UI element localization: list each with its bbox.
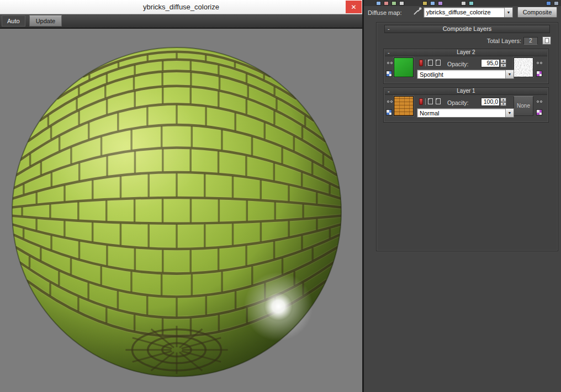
opacity-label: Opacity: [447,61,469,67]
update-button[interactable]: Update [29,15,62,27]
layer-2-header[interactable]: - Layer 2 [385,49,547,56]
opacity-label: Opacity: [447,99,469,106]
add-layer-button[interactable] [542,36,551,45]
layer-1-group: - Layer 1 Opacity: 100,0 ▲ ▼ None [383,87,549,123]
color-correction-icon[interactable] [419,98,423,105]
layer-2-title: Layer 2 [457,49,475,55]
composite-layers-rollout: - Composite Layers Total Layers: 2 - Lay… [376,22,558,251]
show-in-viewport-icon[interactable] [386,71,392,77]
spinner-down-icon[interactable]: ▼ [500,102,506,107]
layer-1-title: Layer 1 [457,88,475,94]
editor-toolbar-icon-2[interactable] [384,1,389,6]
layer-1-opacity-spinner[interactable]: ▲ ▼ [500,98,506,106]
map-type-button[interactable]: Composite [517,7,557,18]
spinner-up-icon[interactable]: ▲ [500,59,506,63]
total-layers-field[interactable]: 2 [523,37,538,45]
collapse-icon[interactable]: - [388,49,390,56]
color-correction-icon[interactable] [419,60,423,66]
preview-titlebar[interactable]: ybricks_diffuse_colorize ✕ [0,0,362,14]
show-mask-in-viewport-icon[interactable] [536,71,542,77]
layer-2-texture-thumbnail[interactable] [394,57,414,77]
layer-2-blend-mode-dropdown[interactable]: Spotlight ▼ [417,70,514,79]
editor-toolbar-icon-6[interactable] [430,1,435,6]
duplicate-layer-icon[interactable] [428,60,433,66]
layer-1-header[interactable]: - Layer 1 [385,88,547,95]
total-layers-row: Total Layers: 2 [377,36,558,46]
layer-2-mask-thumbnail[interactable] [514,57,533,77]
editor-toolbar-icon-9[interactable] [469,1,474,6]
window-title: ybricks_diffuse_colorize [0,0,362,14]
layer-1-mask-none-button[interactable]: None [514,96,533,116]
chevron-down-icon[interactable]: ▼ [504,8,512,17]
rollout-title: Composite Layers [443,25,492,32]
chevron-down-icon[interactable]: ▼ [505,70,514,78]
duplicate-layer-icon[interactable] [428,98,433,104]
material-preview-sphere [10,45,343,379]
total-layers-label: Total Layers: [487,38,521,44]
specular-highlight [264,293,292,320]
show-in-viewport-icon[interactable] [386,109,392,115]
editor-toolbar-icon-4[interactable] [399,1,404,6]
layer-channel-dots-icon[interactable] [387,62,393,64]
material-params-panel: Diffuse map: ybricks_diffuse_colorize ▼ … [364,0,561,392]
editor-toolbar-icon-10[interactable] [546,1,551,6]
separator [425,98,426,105]
material-editor-root: ybricks_diffuse_colorize ✕ Auto Update [0,0,561,392]
layer-1-texture-thumbnail[interactable] [394,96,414,116]
preview-toolbar: Auto Update [0,14,362,29]
layer-2-group: - Layer 2 Opacity: 95,0 ▲ ▼ [383,49,549,84]
editor-toolbar-icon-8[interactable] [461,1,466,6]
layer-1-opacity-field[interactable]: 100,0 [481,98,500,106]
render-viewport [0,29,362,392]
blend-mode-value: Spotlight [420,71,504,79]
map-name-value: ybricks_diffuse_colorize [426,8,503,17]
close-icon: ✕ [351,3,356,11]
mask-channel-dots-icon[interactable] [537,100,542,103]
sphere-sheen [35,84,207,212]
auto-toggle-button[interactable]: Auto [2,15,25,27]
editor-toolbar-icon-7[interactable] [438,1,443,6]
editor-toolbar-icon-11[interactable] [554,1,559,6]
editor-toolbar-icon-3[interactable] [391,1,396,6]
rollout-header[interactable]: - Composite Layers [384,25,550,33]
blend-mode-value: Normal [420,109,504,118]
show-mask-in-viewport-icon[interactable] [536,109,542,115]
layer-2-opacity-spinner[interactable]: ▲ ▼ [500,59,506,67]
editor-toolbar-icon-5[interactable] [422,1,427,6]
diffuse-map-label: Diffuse map: [368,9,402,16]
layer-channel-dots-icon[interactable] [387,100,393,103]
layer-1-blend-mode-dropdown[interactable]: Normal ▼ [417,108,514,118]
mask-channel-dots-icon[interactable] [537,62,542,64]
map-name-dropdown[interactable]: ybricks_diffuse_colorize ▼ [424,7,513,18]
separator [425,60,426,66]
editor-toolbar-icon-1[interactable] [376,1,381,6]
chevron-down-icon[interactable]: ▼ [505,109,514,117]
collapse-icon[interactable]: - [388,25,390,33]
eyedropper-icon[interactable] [412,6,422,16]
editor-toolbar-strip [364,0,561,6]
spinner-down-icon[interactable]: ▼ [500,63,506,68]
rename-layer-icon[interactable] [436,98,441,104]
page-icon [545,38,549,43]
collapse-icon[interactable]: - [388,88,390,94]
rename-layer-icon[interactable] [436,60,441,66]
close-button[interactable]: ✕ [346,1,362,13]
map-preview-window: ybricks_diffuse_colorize ✕ Auto Update [0,0,362,392]
layer-2-opacity-field[interactable]: 95,0 [481,59,500,67]
spinner-up-icon[interactable]: ▲ [500,98,506,102]
